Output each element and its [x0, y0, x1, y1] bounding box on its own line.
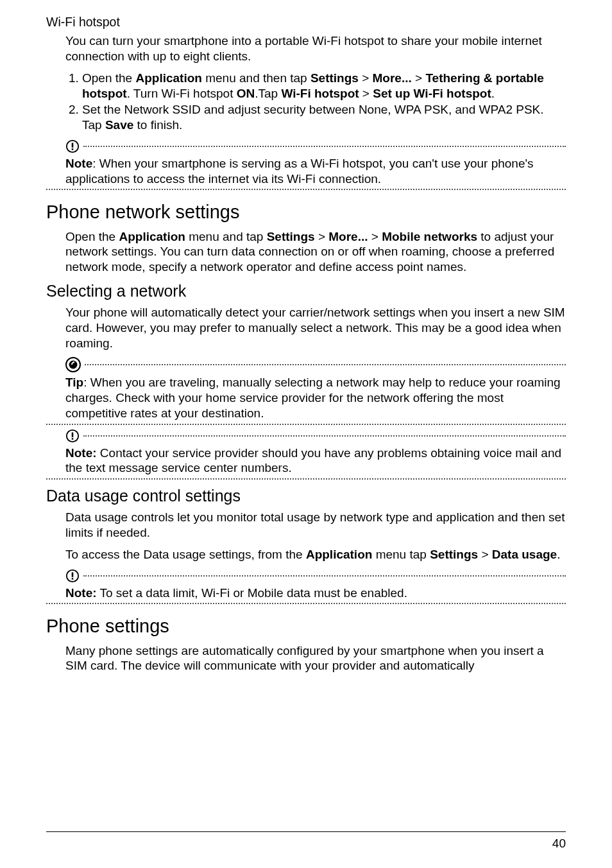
phone-settings-para: Many phone settings are automatically co…: [65, 643, 566, 674]
wifi-hotspot-intro: You can turn your smartphone into a port…: [65, 33, 566, 64]
svg-rect-1: [72, 143, 74, 147]
phone-network-heading: Phone network settings: [46, 200, 566, 223]
footer-rule: [46, 831, 566, 832]
selecting-network-note: Note: Contact your service provider shou…: [65, 429, 566, 480]
wifi-hotspot-steps: Open the Application menu and then tap S…: [65, 71, 566, 133]
selecting-network-para: Your phone will automatically detect you…: [65, 305, 566, 351]
phone-settings-heading: Phone settings: [46, 614, 566, 638]
data-usage-para2: To access the Data usage settings, from …: [65, 547, 566, 562]
phone-network-para: Open the Application menu and tap Settin…: [65, 229, 566, 275]
selecting-network-tip: Tip: When you are traveling, manually se…: [65, 357, 566, 424]
svg-rect-9: [72, 572, 74, 577]
tip-icon: [65, 357, 81, 372]
step-2: Set the Network SSID and adjust security…: [82, 102, 566, 133]
wifi-hotspot-note: Note: When your smartphone is serving as…: [65, 139, 566, 191]
note-text: Note: Contact your service provider shou…: [65, 446, 566, 476]
step-1: Open the Application menu and then tap S…: [82, 71, 566, 101]
svg-rect-7: [72, 438, 74, 440]
warning-icon: [65, 139, 80, 153]
wifi-hotspot-heading: Wi-Fi hotspot: [46, 14, 566, 30]
warning-icon: [65, 569, 80, 583]
page-number: 40: [46, 836, 566, 851]
note-text: Note: To set a data limit, Wi-Fi or Mobi…: [65, 586, 566, 601]
selecting-network-heading: Selecting a network: [46, 281, 566, 301]
svg-rect-6: [72, 432, 74, 437]
svg-rect-10: [72, 578, 74, 580]
data-usage-note: Note: To set a data limit, Wi-Fi or Mobi…: [65, 569, 566, 605]
warning-icon: [65, 429, 80, 443]
tip-text: Tip: When you are traveling, manually se…: [65, 375, 566, 421]
svg-rect-2: [72, 148, 74, 150]
note-text: Note: When your smartphone is serving as…: [65, 156, 566, 187]
data-usage-heading: Data usage control settings: [46, 486, 566, 506]
data-usage-para1: Data usage controls let you monitor tota…: [65, 510, 566, 541]
